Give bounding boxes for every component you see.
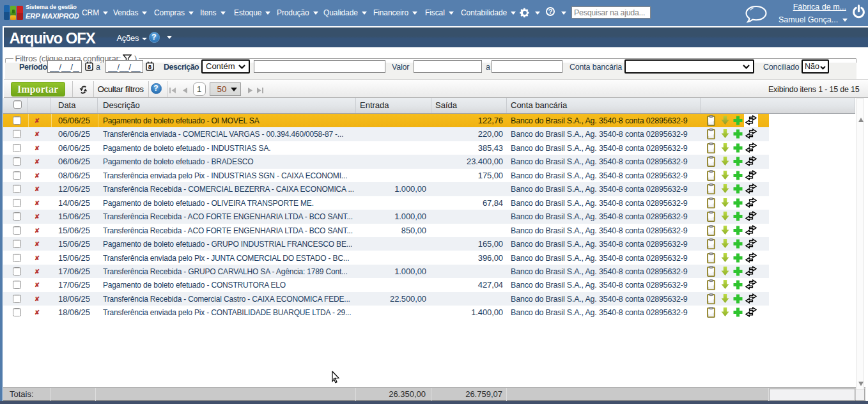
svg-text:8: 8 [88,63,91,70]
svg-text:8: 8 [148,63,151,70]
